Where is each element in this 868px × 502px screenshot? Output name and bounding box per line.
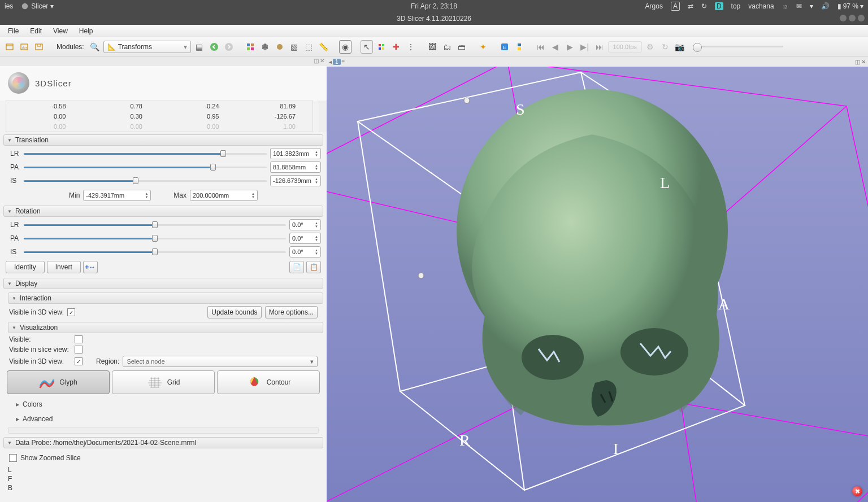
display-header[interactable]: ▼Display — [3, 278, 323, 289]
app-menu[interactable]: Slicer ▾ — [21, 2, 53, 10]
region-combo[interactable]: Select a node▾ — [123, 356, 318, 367]
view-close-icon[interactable]: ✕ — [861, 59, 866, 65]
nav-forward[interactable] — [223, 40, 235, 54]
translation-is-slider[interactable] — [24, 176, 267, 185]
more-arrow-icon[interactable]: ⋮ — [405, 40, 417, 54]
more-options-button[interactable]: More options... — [265, 306, 318, 318]
undock-icon[interactable]: ◫ — [314, 58, 319, 64]
volume-icon[interactable]: 🔊 — [821, 2, 830, 10]
close-panel-icon[interactable]: ✕ — [320, 58, 324, 64]
translation-min-input[interactable]: -429.3917mm▲▼ — [83, 190, 151, 201]
module-combo[interactable]: 📐Transforms▾ — [103, 41, 191, 53]
translation-pa-input[interactable]: 81.8858mm▲▼ — [270, 161, 321, 173]
translation-header[interactable]: ▼Translation — [3, 134, 323, 146]
visible-3d-viz-checkbox[interactable] — [75, 357, 83, 365]
panel-scrollbar[interactable] — [8, 427, 319, 434]
layout-icon[interactable] — [244, 40, 257, 54]
scene-view-icon[interactable]: 🗂 — [441, 40, 453, 54]
python-icon[interactable] — [513, 40, 526, 54]
play-icon[interactable]: ▶ — [564, 40, 576, 54]
cursor-icon[interactable]: ↖ — [361, 40, 373, 54]
rotation-is-slider[interactable] — [24, 247, 286, 256]
dataprobe-header[interactable]: ▼Data Probe: /home/thej/Documents/2021-0… — [3, 437, 323, 448]
mail-icon[interactable]: ✉ — [796, 2, 802, 10]
rotation-pa-slider[interactable] — [24, 234, 286, 243]
ruler-icon[interactable]: 📏 — [318, 40, 330, 54]
visualization-header[interactable]: ▼Visualization — [8, 322, 323, 333]
translation-lr-input[interactable]: 101.3823mm▲▼ — [270, 148, 321, 159]
crosshair-icon[interactable]: ✚ — [390, 40, 402, 54]
copy-button[interactable]: 📄 — [289, 261, 304, 273]
record-icon[interactable]: ⚙ — [644, 40, 657, 54]
translation-lr-slider[interactable] — [24, 149, 267, 158]
extensions-icon[interactable]: E — [498, 40, 511, 54]
data-button[interactable] — [3, 40, 16, 54]
grid-button[interactable]: Grid — [112, 370, 215, 394]
window-close[interactable] — [858, 15, 865, 21]
invert-button[interactable]: Invert — [47, 261, 81, 273]
segment-icon[interactable]: ⬚ — [303, 40, 315, 54]
cube-icon[interactable] — [259, 40, 271, 54]
loop-icon[interactable]: ↻ — [659, 40, 671, 54]
indicator-vachana[interactable]: vachana — [748, 2, 774, 10]
toolbar-slider[interactable] — [693, 46, 783, 48]
brightness-icon[interactable]: ☼ — [782, 2, 788, 10]
rotation-lr-slider[interactable] — [24, 220, 286, 229]
rotation-header[interactable]: ▼Rotation — [3, 206, 323, 217]
scene-views-icon[interactable]: 🗃 — [455, 40, 468, 54]
window-minimize[interactable] — [840, 15, 847, 21]
nav-back[interactable] — [208, 40, 220, 54]
window-maximize[interactable] — [849, 15, 856, 21]
swap-button[interactable]: +↔ — [83, 261, 98, 273]
indicator-argos[interactable]: Argos — [645, 2, 663, 10]
play-last-icon[interactable]: ⏭ — [593, 40, 606, 54]
error-status-icon[interactable]: ✖ — [852, 486, 862, 496]
contour-button[interactable]: Contour — [217, 370, 320, 394]
visible-slice-checkbox[interactable] — [75, 346, 83, 353]
rotation-is-input[interactable]: 0.0°▲▼ — [289, 246, 321, 257]
menu-edit[interactable]: Edit — [27, 26, 45, 36]
screenshot-icon[interactable]: 🖼 — [426, 40, 439, 54]
dcm-button[interactable]: dcm — [18, 40, 31, 54]
rotation-lr-input[interactable]: 0.0°▲▼ — [289, 219, 321, 230]
visible-checkbox[interactable] — [75, 335, 83, 343]
translation-is-input[interactable]: -126.6739mm▲▼ — [270, 175, 321, 186]
save-button[interactable] — [33, 40, 45, 54]
view-menu-icon[interactable]: ≡ — [342, 59, 345, 65]
menu-file[interactable]: File — [5, 26, 22, 36]
interaction-header[interactable]: ▼Interaction — [8, 293, 323, 304]
view-maximize-icon[interactable]: ◫ — [855, 59, 860, 65]
indicator-d-icon[interactable]: D — [715, 2, 723, 10]
visible-3d-checkbox[interactable] — [67, 308, 75, 316]
view-pin-icon[interactable]: ◂ — [329, 59, 332, 65]
battery-indicator[interactable]: ▮97 % ▾ — [837, 2, 863, 10]
indicator-sync-icon[interactable]: ⇄ — [688, 2, 693, 10]
menu-help[interactable]: Help — [76, 26, 97, 36]
sphere-icon[interactable] — [274, 40, 286, 54]
update-bounds-button[interactable]: Update bounds — [207, 306, 261, 318]
clock[interactable]: Fri Apr 2, 23:18 — [411, 2, 457, 10]
window-level-icon[interactable] — [375, 40, 388, 54]
play-first-icon[interactable]: ⏮ — [535, 40, 547, 54]
play-prev-icon[interactable]: ◀ — [549, 40, 562, 54]
markups-icon[interactable]: ✦ — [477, 40, 489, 54]
module-menu-icon[interactable]: ▤ — [193, 40, 206, 54]
advanced-header[interactable]: ▶Advanced — [12, 413, 323, 425]
rotation-pa-input[interactable]: 0.0°▲▼ — [289, 233, 321, 244]
colors-header[interactable]: ▶Colors — [12, 399, 323, 410]
paste-button[interactable]: 📋 — [306, 261, 321, 273]
indicator-refresh-icon[interactable]: ↻ — [701, 2, 707, 10]
menu-view[interactable]: View — [50, 26, 71, 36]
translation-pa-slider[interactable] — [24, 163, 267, 172]
identity-button[interactable]: Identity — [6, 261, 45, 273]
matrix-scrollbar[interactable] — [319, 101, 327, 132]
activities-label[interactable]: ies — [5, 2, 13, 10]
capture-icon[interactable]: ◉ — [339, 40, 351, 54]
network-icon[interactable]: ▾ — [810, 2, 813, 10]
play-next-icon[interactable]: ▶| — [579, 40, 591, 54]
indicator-a-icon[interactable]: A — [671, 2, 680, 11]
glyph-button[interactable]: Glyph — [7, 370, 110, 394]
translation-max-input[interactable]: 200.0000mm▲▼ — [190, 190, 258, 201]
indicator-top[interactable]: top — [731, 2, 741, 10]
3d-viewport[interactable]: S L A R I — [327, 67, 868, 502]
